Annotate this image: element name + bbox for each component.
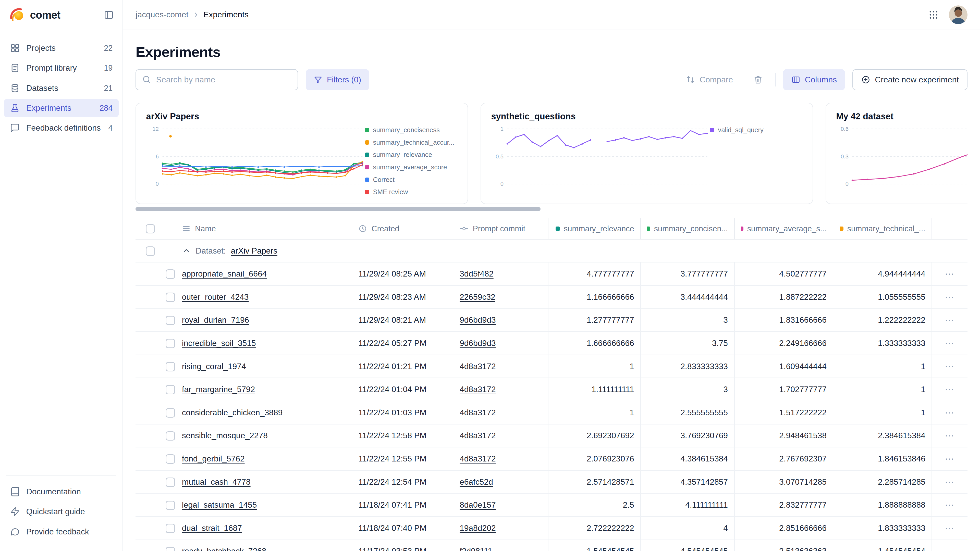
sidebar-item-documentation[interactable]: Documentation xyxy=(4,483,119,501)
experiment-name-link[interactable]: outer_router_4243 xyxy=(182,292,249,302)
legend-item: SME review xyxy=(365,188,458,196)
experiment-name-link[interactable]: royal_durian_7196 xyxy=(182,315,249,324)
row-actions-button[interactable]: ⋯ xyxy=(945,315,955,325)
sidebar-item-quickstart-guide[interactable]: Quickstart guide xyxy=(4,502,119,521)
created-cell: 11/17/24 03:53 PM xyxy=(352,540,453,551)
row-actions-button[interactable]: ⋯ xyxy=(945,500,955,510)
row-checkbox[interactable] xyxy=(165,339,175,348)
row-checkbox[interactable] xyxy=(165,385,175,394)
row-actions-button[interactable]: ⋯ xyxy=(945,430,955,441)
row-checkbox[interactable] xyxy=(165,547,175,551)
column-header-summary-technical[interactable]: summary_technical_... xyxy=(833,218,932,239)
row-actions-button[interactable]: ⋯ xyxy=(945,454,955,464)
metric-value-cell: 2.948461538 xyxy=(735,424,833,448)
experiment-name-link[interactable]: sensible_mosque_2278 xyxy=(182,431,268,440)
sidebar-item-datasets[interactable]: Datasets 21 xyxy=(4,79,119,97)
breadcrumb-workspace[interactable]: jacques-comet xyxy=(135,10,188,19)
row-checkbox[interactable] xyxy=(165,269,175,279)
prompt-commit-link[interactable]: 4d8a3172 xyxy=(460,385,496,394)
experiment-name-cell: rising_coral_1974 xyxy=(176,355,352,378)
row-checkbox[interactable] xyxy=(165,408,175,418)
row-checkbox[interactable] xyxy=(165,454,175,464)
sidebar-collapse-icon[interactable] xyxy=(104,10,114,20)
sidebar-item-provide-feedback[interactable]: Provide feedback xyxy=(4,522,119,541)
sidebar-item-projects[interactable]: Projects 22 xyxy=(4,39,119,57)
apps-grid-icon[interactable] xyxy=(928,10,939,20)
row-checkbox[interactable] xyxy=(165,362,175,372)
column-header-summary-conciseness[interactable]: summary_concisen... xyxy=(641,218,734,239)
column-header-name[interactable]: Name xyxy=(176,218,352,239)
experiment-name-link[interactable]: appropriate_snail_6664 xyxy=(182,269,267,278)
experiment-name-link[interactable]: fond_gerbil_5762 xyxy=(182,454,245,463)
experiment-name-link[interactable]: rising_coral_1974 xyxy=(182,362,246,371)
experiment-name-link[interactable]: legal_satsuma_1455 xyxy=(182,500,257,510)
dataset-link[interactable]: arXiv Papers xyxy=(231,246,277,256)
row-actions-button[interactable]: ⋯ xyxy=(945,292,955,302)
prompt-commit-link[interactable]: f2d98111 xyxy=(460,546,492,551)
row-checkbox-cell xyxy=(135,493,176,516)
avatar[interactable] xyxy=(949,5,967,24)
row-actions-button[interactable]: ⋯ xyxy=(945,338,955,348)
metric-value-cell: 3.777777777 xyxy=(641,262,734,286)
row-actions-button[interactable]: ⋯ xyxy=(945,384,955,395)
brand-name: comet xyxy=(30,9,60,21)
sidebar-header: comet xyxy=(0,0,123,30)
compare-button[interactable]: Compare xyxy=(678,69,741,90)
metric-value-cell: 1 xyxy=(833,401,932,424)
prompt-commit-link[interactable]: e6afc52d xyxy=(460,477,493,486)
actions-cell: ⋯ xyxy=(932,447,967,470)
filters-button[interactable]: Filters (0) xyxy=(306,69,369,90)
columns-button[interactable]: Columns xyxy=(783,69,845,90)
chart-title: My 42 dataset xyxy=(836,111,967,121)
experiment-name-link[interactable]: mutual_cash_4778 xyxy=(182,477,251,486)
prompt-commit-cell: 22659c32 xyxy=(453,286,548,309)
experiment-name-link[interactable]: far_margarine_5792 xyxy=(182,385,255,394)
column-header-summary-relevance[interactable]: summary_relevance xyxy=(548,218,641,239)
column-header-prompt-commit[interactable]: Prompt commit xyxy=(453,218,548,239)
prompt-commit-link[interactable]: 3dd5f482 xyxy=(460,269,493,278)
row-actions-button[interactable]: ⋯ xyxy=(945,477,955,487)
row-actions-button[interactable]: ⋯ xyxy=(945,268,955,279)
experiment-name-link[interactable]: considerable_chicken_3889 xyxy=(182,408,283,417)
prompt-commit-link[interactable]: 19a8d202 xyxy=(460,524,496,533)
prompt-commit-link[interactable]: 9d6bd9d3 xyxy=(460,338,496,348)
prompt-commit-link[interactable]: 4d8a3172 xyxy=(460,431,496,440)
row-checkbox[interactable] xyxy=(165,431,175,441)
row-actions-button[interactable]: ⋯ xyxy=(945,523,955,534)
select-all-checkbox[interactable] xyxy=(146,224,155,233)
metric-value-cell: 1.833333333 xyxy=(833,516,932,540)
column-header-created[interactable]: Created xyxy=(352,218,453,239)
sidebar-item-feedback-definitions[interactable]: Feedback definitions 4 xyxy=(4,119,119,137)
row-actions-button[interactable]: ⋯ xyxy=(945,361,955,372)
row-actions-button[interactable]: ⋯ xyxy=(945,407,955,418)
prompt-commit-link[interactable]: 8da0e157 xyxy=(460,500,496,510)
sidebar-item-prompt-library[interactable]: Prompt library 19 xyxy=(4,59,119,77)
collapse-group-icon[interactable] xyxy=(182,246,191,255)
prompt-commit-link[interactable]: 4d8a3172 xyxy=(460,362,496,371)
search-input[interactable] xyxy=(135,69,298,90)
experiment-name-link[interactable]: ready_hatchback_7268 xyxy=(182,546,266,551)
create-new-experiment-button[interactable]: Create new experiment xyxy=(853,69,967,90)
row-checkbox[interactable] xyxy=(165,524,175,533)
horizontal-scrollbar[interactable] xyxy=(135,207,541,211)
group-checkbox[interactable] xyxy=(146,246,155,256)
prompt-commit-link[interactable]: 9d6bd9d3 xyxy=(460,315,496,324)
metric-color-dot xyxy=(647,227,650,231)
legend-dot xyxy=(365,190,369,194)
experiment-name-link[interactable]: incredible_soil_3515 xyxy=(182,338,256,348)
column-header-summary-average-score[interactable]: summary_average_s... xyxy=(735,218,833,239)
metric-value-cell: 1 xyxy=(833,378,932,401)
prompt-commit-link[interactable]: 22659c32 xyxy=(460,292,495,302)
row-checkbox[interactable] xyxy=(165,292,175,302)
experiment-name-link[interactable]: dual_strait_1687 xyxy=(182,524,242,533)
sidebar-item-experiments[interactable]: Experiments 284 xyxy=(4,99,119,118)
column-header-actions xyxy=(932,218,967,239)
prompt-commit-link[interactable]: 4d8a3172 xyxy=(460,408,496,417)
row-actions-button[interactable]: ⋯ xyxy=(945,546,955,551)
created-cell: 11/22/24 12:58 PM xyxy=(352,424,453,448)
row-checkbox[interactable] xyxy=(165,501,175,510)
delete-button[interactable] xyxy=(749,69,767,90)
row-checkbox[interactable] xyxy=(165,478,175,487)
row-checkbox[interactable] xyxy=(165,316,175,325)
prompt-commit-link[interactable]: 4d8a3172 xyxy=(460,454,496,463)
